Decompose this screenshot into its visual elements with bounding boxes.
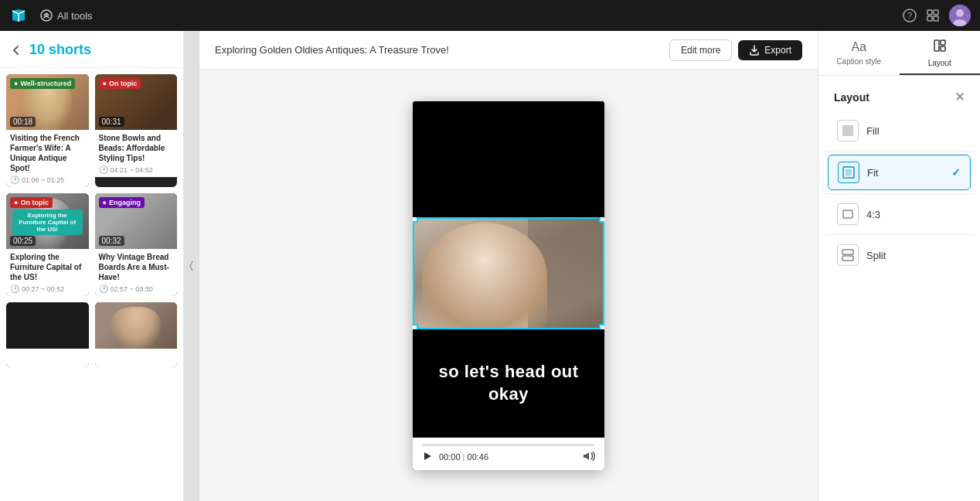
layout-option-fit[interactable]: Fit ✓ — [828, 155, 971, 190]
card-title: Visiting the French Farmer's Wife: A Uni… — [10, 133, 85, 173]
svg-rect-4 — [934, 10, 938, 15]
clock-icon — [10, 176, 19, 184]
svg-marker-10 — [424, 452, 431, 460]
tab-caption-style[interactable]: Aa Caption style — [818, 31, 900, 75]
card-info — [6, 349, 89, 367]
card-title: Why Vintage Bread Boards Are a Must-Have… — [99, 252, 174, 282]
fill-icon — [837, 120, 859, 141]
play-button[interactable] — [422, 451, 433, 464]
video-face-section[interactable] — [413, 217, 604, 329]
fit-icon — [838, 162, 859, 183]
card-time: 02:57 ~ 03:30 — [99, 285, 174, 293]
badge-on-topic: ●On topic — [10, 197, 53, 208]
caption-style-label: Caption style — [836, 57, 881, 66]
video-duration: 00:25 — [10, 236, 36, 246]
shorts-count-title: 10 shorts — [29, 42, 91, 58]
clock-icon — [99, 285, 108, 293]
video-duration: 00:31 — [99, 117, 124, 127]
svg-rect-19 — [842, 256, 853, 261]
card-title — [10, 352, 85, 362]
video-mockup: so let's head out okay — [413, 101, 604, 470]
split-icon — [837, 244, 859, 266]
sidebar-header: 10 shorts — [0, 31, 183, 68]
layout-close-button[interactable]: ✕ — [954, 90, 965, 104]
fill-label: Fill — [866, 125, 961, 137]
layout-icon — [933, 39, 947, 56]
list-item[interactable] — [95, 302, 178, 367]
svg-rect-3 — [927, 10, 932, 15]
list-item[interactable]: ●On topic 00:31 Stone Bowls and Beads: A… — [95, 74, 178, 187]
video-preview-area: so let's head out okay — [199, 70, 818, 501]
card-info — [95, 349, 178, 367]
ratio-icon — [837, 203, 859, 225]
right-panel-tabs: Aa Caption style Layout — [818, 31, 980, 76]
time-display: 00:00 | 00:46 — [439, 452, 577, 462]
svg-text:?: ? — [907, 11, 912, 20]
card-time: 00:27 ~ 00:52 — [10, 285, 85, 293]
overlay-text: Exploring the Furniture Capital of the U… — [12, 210, 83, 235]
badge-well-structured: ●Well-structured — [10, 78, 75, 89]
svg-rect-5 — [927, 16, 932, 21]
progress-track[interactable] — [422, 444, 595, 446]
layout-title: Layout ✕ — [825, 82, 974, 114]
svg-rect-17 — [843, 210, 852, 218]
video-caption-section: so let's head out okay — [413, 329, 604, 438]
app-logo[interactable] — [9, 6, 28, 25]
card-info: Stone Bowls and Beads: Affordable Stylin… — [95, 130, 178, 177]
layout-option-fill[interactable]: Fill — [828, 114, 971, 148]
controls-row: 00:00 | 00:46 — [422, 451, 595, 464]
divider — [825, 193, 974, 194]
list-item[interactable]: ●Well-structured 00:18 Visiting the Fren… — [6, 74, 89, 187]
edit-more-button[interactable]: Edit more — [669, 39, 732, 61]
split-label: Split — [866, 250, 961, 261]
list-item[interactable]: Exploring the Furniture Capital of the U… — [6, 193, 89, 296]
list-item[interactable] — [6, 302, 89, 367]
card-info: Why Vintage Bread Boards Are a Must-Have… — [95, 249, 178, 296]
card-info: Visiting the French Farmer's Wife: A Uni… — [6, 130, 89, 187]
video-duration: 00:18 — [10, 117, 36, 127]
back-button[interactable] — [9, 43, 23, 57]
clock-icon — [99, 165, 108, 174]
divider — [825, 234, 974, 235]
card-title — [99, 352, 174, 362]
svg-rect-18 — [842, 250, 853, 254]
divider — [825, 151, 974, 152]
ratio-label: 4:3 — [866, 209, 961, 220]
card-time: 01:06 ~ 01:25 — [10, 176, 85, 184]
clock-icon — [10, 285, 19, 293]
toggle-handle[interactable] — [184, 31, 199, 501]
video-title: Exploring Golden Oldies Antiques: A Trea… — [215, 44, 449, 56]
video-list: ●Well-structured 00:18 Visiting the Fren… — [0, 68, 183, 501]
fit-checkmark: ✓ — [951, 166, 961, 179]
center-topbar: Exploring Golden Oldies Antiques: A Trea… — [199, 31, 818, 70]
center-area: Exploring Golden Oldies Antiques: A Trea… — [199, 31, 818, 501]
card-info: Exploring the Furniture Capital of the U… — [6, 249, 89, 296]
export-label: Export — [764, 45, 791, 56]
help-icon[interactable]: ? — [903, 9, 917, 22]
badge-on-topic: ●On topic — [99, 78, 141, 89]
topbar-left: All tools — [9, 6, 93, 25]
all-tools-button[interactable]: All tools — [40, 9, 93, 22]
svg-rect-14 — [842, 125, 853, 136]
svg-rect-6 — [934, 16, 938, 21]
svg-rect-11 — [934, 40, 939, 51]
card-time: 04:21 ~ 04:52 — [99, 165, 174, 174]
layout-tab-label: Layout — [928, 59, 951, 67]
list-item[interactable]: ●Engaging 00:32 Why Vintage Bread Boards… — [95, 193, 178, 296]
layout-option-split[interactable]: Split — [828, 238, 971, 272]
badge-engaging: ●Engaging — [99, 197, 145, 208]
right-panel: Aa Caption style Layout Layout ✕ — [818, 31, 980, 501]
layout-option-ratio[interactable]: 4:3 — [828, 197, 971, 231]
tab-layout[interactable]: Layout — [900, 31, 981, 75]
svg-rect-13 — [941, 46, 945, 51]
dashboard-icon[interactable] — [926, 9, 940, 22]
main-content: 10 shorts ●Well-structured 00:18 Visitin… — [0, 31, 980, 501]
fit-label: Fit — [867, 167, 944, 179]
card-title: Stone Bowls and Beads: Affordable Stylin… — [99, 133, 174, 163]
card-title: Exploring the Furniture Capital of the U… — [10, 252, 85, 282]
user-avatar[interactable] — [949, 5, 971, 26]
volume-icon[interactable] — [583, 451, 595, 463]
layout-panel-content: Layout ✕ Fill — [818, 76, 980, 280]
topbar-right: ? — [903, 5, 971, 26]
export-button[interactable]: Export — [738, 40, 802, 60]
